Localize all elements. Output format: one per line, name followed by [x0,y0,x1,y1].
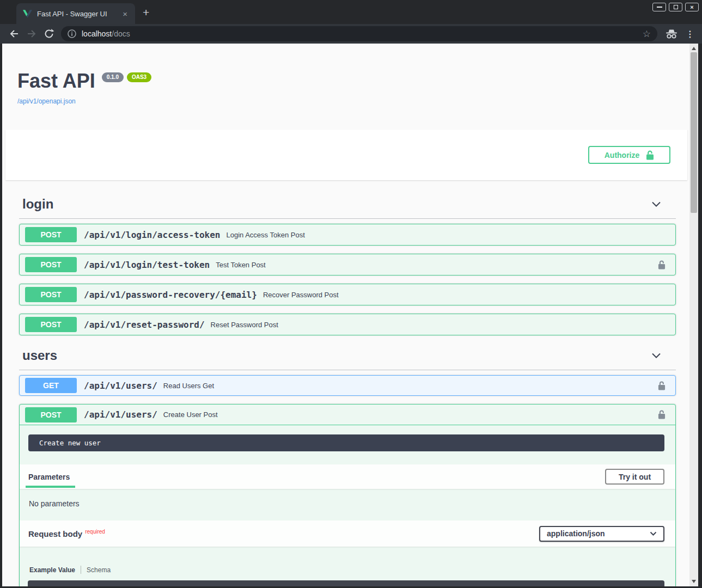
tab-example-value[interactable]: Example Value [29,566,75,574]
op-summary: Create User Post [163,411,218,419]
content-type-select[interactable]: application/json [539,526,664,542]
browser-toolbar: localhost/docs ☆ ⋮ [0,24,702,44]
content-type-value: application/json [547,529,605,538]
url-path: /docs [112,29,130,38]
browser-tab[interactable]: Fast API - Swagger UI × [16,3,135,24]
section-ops-login: POST /api/v1/login/access-token Login Ac… [19,224,676,335]
operations-wrapper: login POST /api/v1/login/access-token Lo… [2,192,689,586]
site-info-icon[interactable] [68,29,76,38]
section-header-login[interactable]: login [19,192,676,219]
auth-lock-icon[interactable] [658,381,666,390]
op-path: /api/v1/login/test-token [84,260,210,270]
parameters-header: Parameters Try it out [20,464,675,489]
op-path: /api/v1/users/ [84,381,157,391]
no-parameters-text: No parameters [20,489,675,520]
model-example-section: Example Value Schema { [20,547,675,586]
authorize-label: Authorize [605,151,640,160]
favicon-icon [23,10,32,18]
request-body-header: Request bodyrequired application/json [20,520,675,547]
op-summary: Read Users Get [163,382,214,390]
op-description: Create new user [28,434,664,451]
new-tab-button[interactable]: + [143,7,149,18]
maximize-button[interactable] [669,3,682,11]
op-row-password-recovery[interactable]: POST /api/v1/password-recovery/{email} R… [19,284,676,305]
op-summary: Recover Password Post [263,291,339,299]
page-scrollbar[interactable] [689,44,698,586]
back-icon[interactable] [9,28,20,39]
chevron-down-icon[interactable] [651,199,662,209]
op-row-reset-password[interactable]: POST /api/v1/reset-password/ Reset Passw… [19,314,676,335]
minimize-button[interactable] [652,3,666,11]
page-viewport: Fast API 0.1.0 OAS3 /api/v1/openapi.json… [2,44,698,586]
op-block-create-user: POST /api/v1/users/ Create User Post Cre… [19,404,676,586]
op-row-create-user[interactable]: POST /api/v1/users/ Create User Post [20,405,675,425]
method-badge: POST [25,287,77,302]
page-title: Fast API [17,70,95,93]
method-badge: POST [25,227,77,242]
oas-badge: OAS3 [127,72,151,82]
op-summary: Test Token Post [216,261,266,269]
select-chevron-icon [650,531,657,536]
authorize-button[interactable]: Authorize [588,146,670,164]
tab-close-icon[interactable]: × [120,10,130,18]
maximize-icon [674,5,678,9]
window-controls: × [652,3,699,11]
chevron-down-icon[interactable] [651,351,662,360]
unlock-icon [646,150,654,160]
scrollbar-thumb[interactable] [691,52,697,213]
section-header-users[interactable]: users [19,344,676,370]
tab-separator [81,566,81,574]
section-ops-users: GET /api/v1/users/ Read Users Get [19,375,676,586]
op-row-login-test-token[interactable]: POST /api/v1/login/test-token Test Token… [19,254,676,275]
parameters-title: Parameters [28,473,70,481]
op-path: /api/v1/password-recovery/{email} [84,290,257,300]
example-tabs: Example Value Schema [29,566,664,574]
request-body-label: Request bodyrequired [28,529,105,538]
op-path: /api/v1/users/ [84,409,157,420]
api-info: Fast API 0.1.0 OAS3 /api/v1/openapi.json [2,44,689,106]
auth-lock-icon[interactable] [658,260,666,270]
method-badge: POST [25,317,77,332]
op-row-login-access-token[interactable]: POST /api/v1/login/access-token Login Ac… [19,224,676,246]
page-title-row: Fast API 0.1.0 OAS3 [17,70,689,93]
badges: 0.1.0 OAS3 [102,72,151,82]
try-it-out-button[interactable]: Try it out [605,469,664,485]
scheme-container: Authorize [5,130,687,180]
op-row-read-users[interactable]: GET /api/v1/users/ Read Users Get [19,375,676,396]
request-body-text: Request body [28,529,82,538]
openapi-spec-link[interactable]: /api/v1/openapi.json [17,97,76,105]
example-code-block[interactable]: { [28,580,664,586]
browser-window: Fast API - Swagger UI × + × localho [0,0,702,588]
tab-schema[interactable]: Schema [87,566,111,574]
scrollbar-down-arrow[interactable] [692,580,696,583]
section-title: login [22,197,53,212]
scrollbar-up-arrow[interactable] [692,47,696,50]
method-badge: POST [25,257,77,272]
forward-icon[interactable] [26,28,37,39]
op-path: /api/v1/reset-password/ [84,320,205,330]
op-summary: Login Access Token Post [226,231,304,239]
active-tab-underline [26,486,75,488]
required-flag: required [85,529,105,535]
op-path: /api/v1/login/access-token [84,230,220,240]
close-button[interactable]: × [685,3,699,11]
bookmark-star-icon[interactable]: ☆ [643,29,651,39]
url-host: localhost [82,29,112,38]
op-summary: Reset Password Post [211,321,278,329]
incognito-icon [665,29,678,39]
tab-title: Fast API - Swagger UI [37,10,120,18]
browser-titlebar: Fast API - Swagger UI × + × [0,0,702,24]
method-badge: GET [25,378,77,393]
auth-lock-icon[interactable] [658,410,666,419]
swagger-page: Fast API 0.1.0 OAS3 /api/v1/openapi.json… [2,44,689,586]
reload-icon[interactable] [44,28,54,39]
address-bar[interactable]: localhost/docs ☆ [61,26,657,41]
minimize-icon [657,7,662,8]
section-title: users [22,348,57,363]
version-badge: 0.1.0 [102,72,124,82]
method-badge: POST [25,407,77,422]
menu-icon[interactable]: ⋮ [686,29,694,39]
